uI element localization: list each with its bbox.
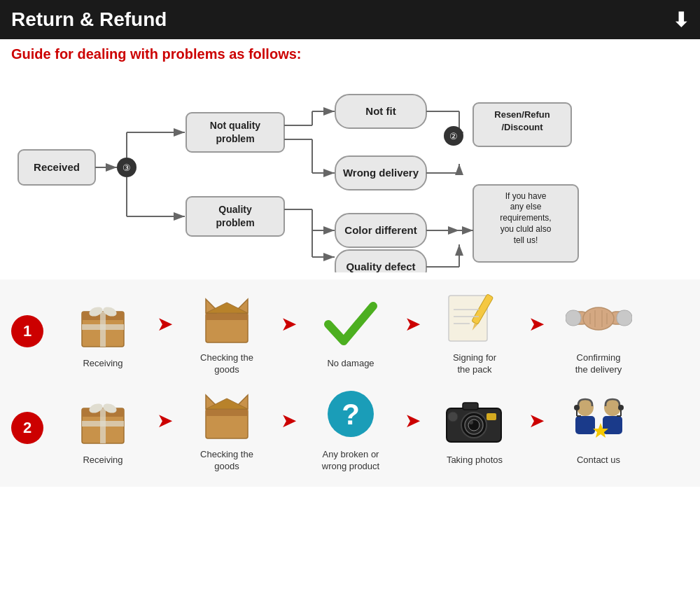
svg-text:any else: any else [510, 202, 542, 212]
svg-point-109 [618, 405, 624, 410]
step-items-2: Receiving ➤ Checking thegoods ➤ [50, 383, 689, 473]
svg-rect-88 [206, 409, 248, 416]
step-label-receiving-2: Receiving [83, 455, 122, 466]
svg-text:/Discount: /Discount [501, 122, 543, 132]
svg-rect-73 [566, 310, 581, 326]
open-box-icon-1 [188, 286, 265, 349]
svg-rect-100 [486, 413, 496, 420]
closed-box-icon-2 [64, 389, 141, 452]
svg-text:Wrong delivery: Wrong delivery [343, 167, 419, 179]
step-receiving-1: Receiving [50, 292, 155, 370]
step-receiving-2: Receiving [50, 389, 155, 466]
svg-point-101 [448, 412, 458, 422]
flowchart: Received ③ Not quality problem Quality p… [11, 69, 690, 272]
svg-point-104 [574, 405, 580, 410]
svg-text:requirements,: requirements, [500, 213, 551, 223]
step-label-checking-1: Checking thegoods [200, 352, 253, 376]
step-items-1: Receiving ➤ [50, 286, 689, 376]
svg-text:Resen/Refun: Resen/Refun [494, 109, 550, 120]
svg-text:?: ? [342, 398, 360, 431]
checkmark-icon [312, 292, 389, 355]
arrow-2-4: ➤ [528, 409, 545, 432]
contact-icon [560, 389, 637, 452]
svg-text:you cluld also: you cluld also [500, 224, 552, 234]
step-label-signing: Signing forthe pack [453, 352, 496, 376]
step-label-receiving-1: Receiving [83, 358, 122, 370]
svg-rect-95 [463, 403, 478, 410]
arrow-1-4: ➤ [528, 312, 545, 335]
svg-rect-84 [82, 421, 124, 427]
step-broken: ? Any broken orwrong product [298, 383, 403, 473]
svg-rect-62 [206, 313, 248, 320]
svg-text:If you have: If you have [505, 191, 547, 201]
arrow-1-3: ➤ [405, 312, 421, 335]
step-label-contact: Contact us [577, 455, 620, 466]
arrow-2-1: ➤ [157, 409, 173, 432]
process-section: 1 [0, 279, 700, 487]
handshake-icon [560, 286, 637, 349]
step-checking-2: Checking thegoods [174, 383, 279, 473]
svg-text:Received: Received [34, 161, 80, 173]
svg-text:tell us!: tell us! [514, 235, 538, 245]
step-checking-1: Checking thegoods [174, 286, 279, 376]
closed-box-icon [64, 292, 141, 355]
svg-point-76 [583, 307, 614, 330]
step-confirming: Confirmingthe delivery [546, 286, 651, 376]
step-label-no-damage: No damage [327, 358, 374, 370]
svg-rect-108 [603, 416, 622, 434]
step-label-taking-photos: Taking photos [447, 455, 503, 466]
svg-text:Color different: Color different [344, 224, 416, 236]
step-label-broken: Any broken orwrong product [322, 449, 379, 473]
camera-icon [436, 389, 513, 452]
open-box-icon-2 [188, 383, 265, 446]
svg-text:③: ③ [122, 162, 131, 173]
svg-rect-12 [186, 197, 284, 236]
step-contact: Contact us [546, 389, 651, 466]
header: Return & Refund ⬇ [0, 0, 700, 39]
step-label-confirming: Confirmingthe delivery [575, 352, 622, 376]
svg-rect-9 [186, 113, 284, 152]
svg-text:problem: problem [216, 217, 254, 228]
sign-icon [436, 286, 513, 349]
step-signing: Signing forthe pack [422, 286, 527, 376]
step-label-checking-2: Checking thegoods [200, 449, 253, 473]
svg-text:Quality: Quality [218, 204, 252, 215]
svg-text:②: ② [449, 131, 458, 141]
svg-text:Not fit: Not fit [365, 105, 396, 117]
arrow-2-3: ➤ [405, 409, 421, 432]
svg-text:Not quality: Not quality [210, 120, 261, 131]
arrow-2-2: ➤ [281, 409, 297, 432]
svg-rect-75 [617, 310, 632, 326]
arrow-1-1: ➤ [157, 312, 173, 335]
svg-text:Quality defect: Quality defect [346, 261, 415, 272]
page-title: Return & Refund [11, 8, 167, 31]
arrow-1-2: ➤ [281, 312, 297, 335]
question-icon: ? [312, 383, 389, 446]
step-number-2: 2 [11, 412, 43, 444]
svg-rect-58 [82, 324, 124, 330]
guide-section: Guide for dealing with problems as follo… [0, 39, 700, 277]
step-no-damage: No damage [298, 292, 403, 370]
guide-title: Guide for dealing with problems as follo… [11, 46, 689, 62]
svg-point-99 [469, 420, 473, 424]
process-row-2: 2 Receiving ➤ [11, 383, 689, 473]
step-number-1: 1 [11, 315, 43, 347]
svg-text:problem: problem [216, 133, 254, 144]
svg-rect-103 [575, 416, 595, 434]
header-arrow-icon: ⬇ [673, 8, 689, 32]
process-row-1: 1 [11, 286, 689, 376]
step-taking-photos: Taking photos [422, 389, 527, 466]
